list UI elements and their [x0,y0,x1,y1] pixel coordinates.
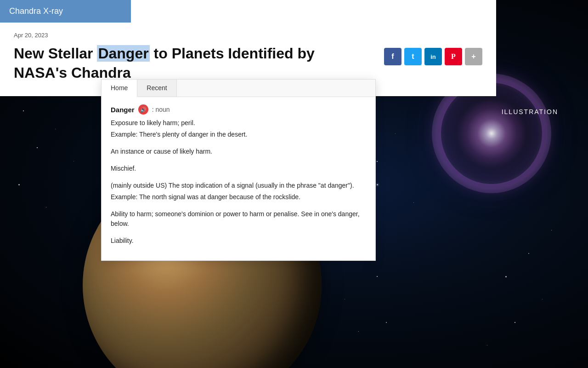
illustration-label: ILLUSTRATION [502,108,558,115]
twitter-share-button[interactable]: t [404,48,422,65]
definition-section-4: (mainly outside US) The stop indication … [111,181,366,202]
nebula-illustration [441,83,542,184]
site-header-bar: Chandra X-ray [0,0,131,23]
definition-section-1: Exposure to likely harm; peril. Example:… [111,118,366,139]
site-name: Chandra X-ray [9,6,63,16]
definition-3: Mischief. [111,164,366,173]
title-highlighted-word: Danger [97,45,149,62]
word-header-line: Danger 🔊 : noun [111,104,366,115]
article-date: Apr 20, 2023 [14,32,482,39]
dictionary-popup: Home Recent Danger 🔊 : noun Exposure to … [101,79,376,261]
definition-4: (mainly outside US) The stop indication … [111,181,366,190]
dictionary-word: Danger [111,106,135,114]
more-share-button[interactable]: + [465,48,482,65]
article-title: New Stellar Danger to Planets Identified… [14,44,358,82]
speaker-icon[interactable]: 🔊 [138,104,148,115]
definition-section-5: Ability to harm; someone's dominion or p… [111,209,366,229]
definition-5: Ability to harm; someone's dominion or p… [111,209,366,229]
definition-section-2: An instance or cause of likely harm. [111,147,366,156]
definition-section-6: Liability. [111,236,366,246]
part-of-speech: : noun [152,106,170,113]
title-part1: New Stellar [14,45,97,62]
dictionary-content: Danger 🔊 : noun Exposure to likely harm;… [102,97,375,260]
social-share-icons: f t in P + [384,48,482,65]
facebook-share-button[interactable]: f [384,48,401,65]
definition-section-3: Mischief. [111,164,366,173]
article-title-row: New Stellar Danger to Planets Identified… [14,44,482,82]
tab-recent[interactable]: Recent [137,80,176,97]
definition-1: Exposure to likely harm; peril. [111,118,366,128]
definition-2: An instance or cause of likely harm. [111,147,366,156]
example-1: Example: There's plenty of danger in the… [111,130,366,139]
pinterest-share-button[interactable]: P [445,48,462,65]
tab-home[interactable]: Home [102,80,137,97]
definition-6: Liability. [111,236,366,246]
example-4: Example: The north signal was at danger … [111,192,366,202]
linkedin-share-button[interactable]: in [424,48,442,65]
dictionary-tabs: Home Recent [102,80,375,97]
